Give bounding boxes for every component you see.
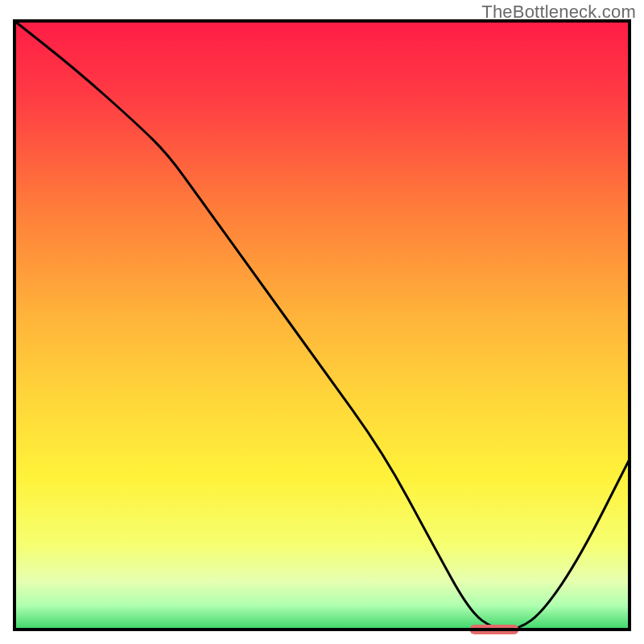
watermark-text: TheBottleneck.com — [481, 2, 636, 23]
chart-background — [14, 21, 630, 630]
chart-svg — [0, 0, 644, 644]
bottleneck-chart: TheBottleneck.com — [0, 0, 644, 644]
